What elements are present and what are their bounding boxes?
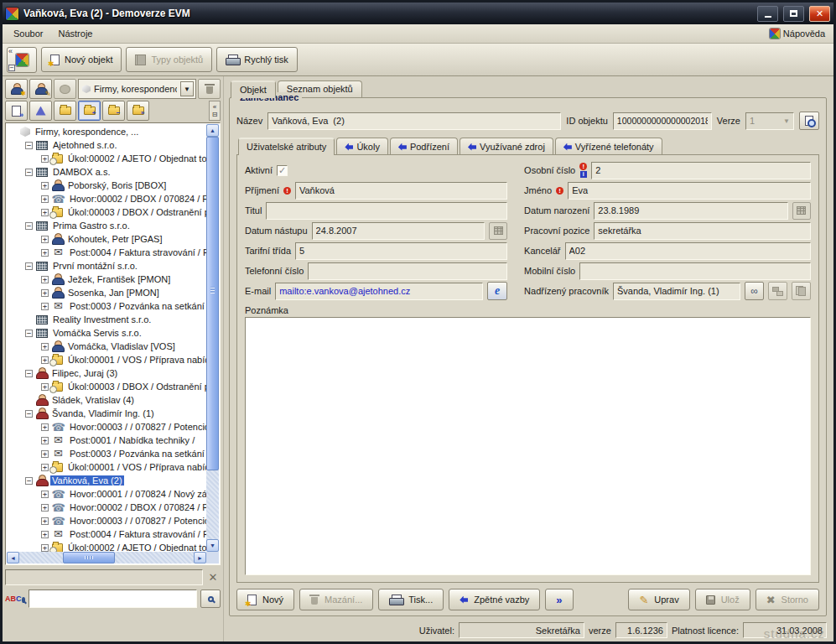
tarifni-trida-field[interactable] bbox=[295, 242, 507, 260]
scroll-right-button[interactable]: ► bbox=[194, 552, 206, 564]
tree-expander-plus-icon[interactable]: + bbox=[41, 491, 49, 498]
tree-expander-minus-icon[interactable]: − bbox=[25, 262, 33, 270]
tree-expander-plus-icon[interactable]: + bbox=[41, 383, 49, 391]
osobni-cislo-field[interactable] bbox=[591, 162, 811, 179]
poznamka-textarea[interactable] bbox=[245, 317, 811, 575]
tree-item[interactable]: +Poborský, Boris [DBOX] bbox=[7, 179, 206, 192]
collapse-all-button[interactable]: − bbox=[102, 101, 125, 121]
menu-napoveda[interactable]: Nápověda bbox=[765, 29, 830, 39]
tree-expander-plus-icon[interactable]: + bbox=[41, 544, 49, 552]
kancelar-field[interactable] bbox=[565, 242, 811, 260]
object-search-button[interactable] bbox=[799, 112, 819, 130]
tree-item[interactable]: +Úkol:00003 / DBOX / Odstranění poruchy bbox=[7, 205, 206, 219]
clear-filter-button[interactable]: ✕ bbox=[205, 570, 221, 585]
tree-expander-minus-icon[interactable]: − bbox=[25, 477, 33, 485]
tree-expander-plus-icon[interactable]: + bbox=[41, 155, 49, 163]
tree-item[interactable]: −Ajetohned s.r.o. bbox=[7, 138, 206, 152]
tree-expander-plus-icon[interactable]: + bbox=[41, 303, 49, 310]
delete-button[interactable] bbox=[198, 79, 221, 99]
object-shape-button[interactable] bbox=[54, 79, 76, 99]
tree-expander-minus-icon[interactable]: − bbox=[25, 142, 33, 149]
menu-nastroje[interactable]: Nástroje bbox=[50, 26, 100, 41]
pracovni-pozice-field[interactable] bbox=[594, 222, 811, 240]
uloz-button[interactable]: Ulož bbox=[695, 589, 750, 610]
new-person-button[interactable]: ✱ bbox=[5, 79, 28, 99]
jmeno-field[interactable] bbox=[568, 182, 811, 200]
tree-expander-plus-icon[interactable]: + bbox=[41, 531, 49, 538]
tree-expander-plus-icon[interactable]: + bbox=[41, 464, 49, 471]
tree-item[interactable]: +Úkol:00001 / VOS / Příprava nabídky bbox=[7, 353, 206, 366]
tree-expander-minus-icon[interactable]: − bbox=[25, 410, 33, 418]
org-structure-button[interactable] bbox=[768, 282, 787, 300]
titul-field[interactable] bbox=[266, 202, 507, 220]
copy-relation-button[interactable] bbox=[792, 282, 811, 300]
tree-item[interactable]: +Sosenka, Jan [PMON] bbox=[7, 286, 206, 299]
telefonni-cislo-field[interactable] bbox=[308, 262, 507, 280]
tree-item[interactable]: −Prima Gastro s.r.o. bbox=[7, 219, 206, 232]
tree-item[interactable]: +☎Hovor:00001 / / 070824 / Nový zákazní bbox=[7, 487, 206, 501]
email-field[interactable] bbox=[275, 283, 483, 300]
refresh-list-button[interactable] bbox=[5, 101, 28, 121]
prijmeni-field[interactable] bbox=[295, 182, 507, 200]
verze-select[interactable]: 1 ▼ bbox=[745, 112, 794, 130]
tree-item[interactable]: +Úkol:00002 / AJETO / Objednat tonery p bbox=[7, 152, 206, 165]
tree-expander-plus-icon[interactable]: + bbox=[41, 504, 49, 512]
tree-item[interactable]: +✉Post:0003 / Pozvánka na setkání / PMON bbox=[7, 447, 206, 460]
datum-narozeni-field[interactable] bbox=[594, 202, 788, 220]
tab-uzivatelske-atributy[interactable]: Uživatelské atributy bbox=[238, 138, 335, 155]
tree-item[interactable]: −Vaňková, Eva (2) bbox=[7, 474, 206, 487]
vertical-scroll-thumb[interactable] bbox=[206, 137, 219, 470]
refresh-tree-button[interactable]: » bbox=[127, 101, 149, 121]
tree-expander-plus-icon[interactable]: + bbox=[41, 437, 49, 444]
tree-item[interactable]: −Filipec, Juraj (3) bbox=[7, 366, 206, 380]
tree-item[interactable]: +Úkol:00002 / AJETO / Objednat tonery p bbox=[7, 541, 206, 552]
aktivni-checkbox[interactable]: ✓ bbox=[277, 165, 288, 176]
tree-expander-plus-icon[interactable]: + bbox=[41, 343, 49, 351]
tab-objekt[interactable]: Objekt bbox=[231, 80, 276, 98]
tree-item[interactable]: −Vomáčka Servis s.r.o. bbox=[7, 326, 206, 340]
search-input[interactable] bbox=[29, 589, 197, 608]
edit-person-button[interactable]: ✎ bbox=[29, 79, 52, 99]
zpetne-vazby-button[interactable]: Zpětné vazby bbox=[449, 589, 540, 610]
tree-expander-plus-icon[interactable]: + bbox=[41, 289, 49, 297]
tree-expander-minus-icon[interactable]: − bbox=[25, 370, 33, 377]
tree-item[interactable]: +☎Hovor:00003 / / 070827 / Potencionální bbox=[7, 514, 206, 527]
view-filter-dropdown[interactable]: Firmy, korespondence,... ▼ bbox=[78, 79, 196, 99]
datum-nastupu-field[interactable] bbox=[312, 222, 485, 240]
tree-item[interactable]: +✉Post:0004 / Faktura stravování / PGAS bbox=[7, 527, 206, 541]
tree-expander-plus-icon[interactable]: + bbox=[41, 517, 49, 525]
panel-collapse-button[interactable]: « ⊟ bbox=[209, 101, 221, 121]
tab-ukoly[interactable]: Úkoly bbox=[336, 138, 388, 155]
scroll-left-button[interactable]: ◄ bbox=[7, 552, 19, 564]
tree-item[interactable]: +✉Post:0003 / Pozvánka na setkání / PMON bbox=[7, 299, 206, 313]
sort-button[interactable] bbox=[29, 101, 52, 121]
tree-item[interactable]: +☎Hovor:00003 / / 070827 / Potencionální bbox=[7, 420, 206, 434]
tree-horizontal-scrollbar[interactable]: ◄ ► bbox=[7, 552, 206, 564]
tree-item[interactable]: +✉Post:0001 / Nabídka techniky / bbox=[7, 434, 206, 447]
tab-vyuzivane-zdroje[interactable]: Využívané zdroj bbox=[460, 138, 553, 155]
tisk-button[interactable]: Tisk... bbox=[378, 589, 444, 610]
minimize-button[interactable] bbox=[757, 6, 778, 22]
open-browser-button[interactable]: e bbox=[487, 282, 507, 300]
tree-item[interactable]: +☎Hovor:00002 / DBOX / 070824 / Porucha bbox=[7, 192, 206, 205]
tree-expander-minus-icon[interactable]: − bbox=[25, 330, 33, 337]
mazani-button[interactable]: Mazání... bbox=[299, 589, 373, 610]
tree-item[interactable]: −První montážní s.r.o. bbox=[7, 259, 206, 273]
novy-button[interactable]: Nový bbox=[236, 589, 294, 610]
tree-item[interactable]: +Úkol:00003 / DBOX / Odstranění poruchy bbox=[7, 380, 206, 393]
tab-vyrizene-telefonaty[interactable]: Vyřízené telefonáty bbox=[555, 138, 662, 155]
horizontal-scroll-thumb[interactable] bbox=[63, 552, 115, 564]
scroll-down-button[interactable]: ▼ bbox=[206, 539, 219, 552]
tree-item[interactable]: Sládek, Vratislav (4) bbox=[7, 393, 206, 407]
mobilni-cislo-field[interactable] bbox=[579, 262, 811, 280]
tree-item[interactable]: Reality Investment s.r.o. bbox=[7, 313, 206, 326]
nazev-field[interactable] bbox=[267, 112, 561, 130]
scroll-up-button[interactable]: ▲ bbox=[206, 124, 219, 137]
tree-expander-plus-icon[interactable]: + bbox=[41, 209, 49, 216]
tree-item[interactable]: −DAMBOX a.s. bbox=[7, 165, 206, 179]
nadrizeny-field[interactable] bbox=[613, 283, 740, 300]
menu-soubor[interactable]: Soubor bbox=[6, 26, 50, 41]
tree-expander-plus-icon[interactable]: + bbox=[41, 182, 49, 190]
new-object-button[interactable]: Nový objekt bbox=[41, 47, 122, 72]
tree-vertical-scrollbar[interactable]: ▲ ▼ bbox=[206, 124, 219, 552]
